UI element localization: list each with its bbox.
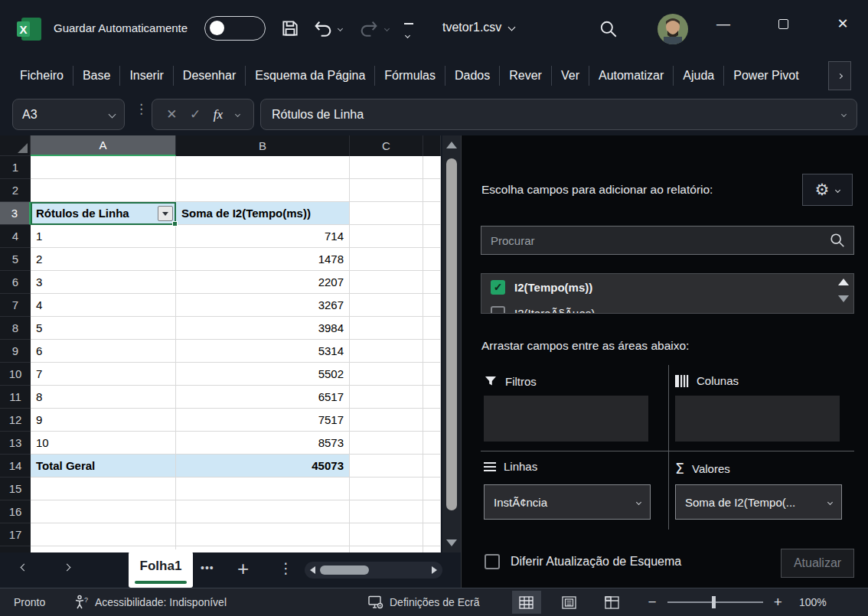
horizontal-scroll-thumb[interactable] [320, 565, 369, 575]
cell-A12[interactable]: 9 [31, 409, 176, 432]
tab-esquema-da-p-gina[interactable]: Esquema da Página [246, 63, 374, 89]
cell-D13[interactable] [423, 432, 441, 455]
cell-B13[interactable]: 8573 [176, 432, 350, 455]
cell-C10[interactable] [350, 363, 423, 386]
expand-formula-bar-icon[interactable] [841, 112, 847, 117]
cell-D6[interactable] [423, 271, 441, 294]
row-header-3[interactable]: 3 [0, 202, 31, 225]
document-title[interactable]: tvetor1.csv [442, 21, 514, 34]
formula-input[interactable]: Rótulos de Linha [260, 99, 857, 130]
accessibility-status[interactable]: ? Acessibilidade: Indisponível [73, 595, 227, 610]
row-header-13[interactable]: 13 [0, 432, 31, 455]
field-item-i2-itera-es-[interactable]: I2(IteraÃ§Ãµes) [481, 300, 853, 314]
tab-dados[interactable]: Dados [445, 63, 499, 89]
row-header-15[interactable]: 15 [0, 477, 31, 500]
cell-C12[interactable] [350, 409, 423, 432]
scroll-left-icon[interactable] [310, 566, 315, 574]
name-box[interactable]: A3 [12, 99, 125, 130]
cell-C2[interactable] [350, 179, 423, 202]
cell-D8[interactable] [423, 317, 441, 340]
cell-B17[interactable] [176, 523, 350, 546]
zoom-out-button[interactable]: − [648, 594, 657, 611]
cell-B8[interactable]: 3984 [176, 317, 350, 340]
cell-A5[interactable]: 2 [31, 248, 176, 271]
row-header-5[interactable]: 5 [0, 248, 31, 271]
row-header-9[interactable]: 9 [0, 340, 31, 363]
cell-A3[interactable]: Rótulos de Linha [31, 202, 176, 225]
filters-drop-zone[interactable] [484, 396, 648, 442]
cell-C17[interactable] [350, 523, 423, 546]
cell-A6[interactable]: 3 [31, 271, 176, 294]
cell-D2[interactable] [423, 179, 441, 202]
cell-A2[interactable] [31, 179, 176, 202]
redo-dropdown-icon[interactable] [384, 26, 390, 31]
horizontal-scrollbar[interactable] [305, 562, 442, 579]
values-field-pill[interactable]: Soma de I2(Tempo(... [675, 484, 842, 520]
row-header-8[interactable]: 8 [0, 317, 31, 340]
save-icon[interactable] [280, 18, 300, 41]
cell-D15[interactable] [423, 477, 441, 500]
cell-B18[interactable] [176, 546, 350, 552]
column-header-C[interactable]: C [350, 135, 423, 156]
field-item-i2-tempo-ms-[interactable]: ✓I2(Tempo(ms)) [481, 274, 853, 300]
cell-D18[interactable] [423, 546, 441, 552]
display-settings[interactable]: Definições de Ecrã [368, 595, 480, 609]
row-header-1[interactable]: 1 [0, 156, 31, 179]
cell-C11[interactable] [350, 386, 423, 409]
cell-D7[interactable] [423, 294, 441, 317]
cell-A1[interactable] [31, 156, 176, 179]
search-icon[interactable] [599, 19, 618, 42]
cell-C5[interactable] [350, 248, 423, 271]
select-all-corner[interactable] [0, 135, 31, 156]
fx-dropdown-icon[interactable] [235, 112, 240, 117]
cell-A13[interactable]: 10 [31, 432, 176, 455]
autosave-toggle[interactable] [204, 16, 266, 41]
tab-base[interactable]: Base [73, 63, 119, 89]
undo-icon[interactable] [312, 18, 334, 43]
sheet-tab-folha1[interactable]: Folha1 [129, 549, 193, 588]
cell-B15[interactable] [176, 477, 350, 500]
cell-B14[interactable]: 45073 [176, 455, 350, 477]
insert-function-icon[interactable]: fx [214, 107, 223, 122]
vertical-scrollbar[interactable] [442, 135, 461, 552]
field-list-up-icon[interactable] [838, 279, 849, 285]
tab-inserir[interactable]: Inserir [120, 63, 172, 89]
row-header-12[interactable]: 12 [0, 409, 31, 432]
vertical-scroll-thumb[interactable] [446, 158, 457, 510]
defer-layout-checkbox[interactable]: Diferir Atualização de Esquema [485, 554, 681, 569]
cell-C16[interactable] [350, 500, 423, 523]
field-list-down-icon[interactable] [838, 295, 849, 302]
cell-B1[interactable] [176, 156, 350, 179]
more-sheets-icon[interactable]: ••• [201, 562, 214, 574]
checked-checkbox-icon[interactable]: ✓ [491, 280, 505, 295]
cell-D4[interactable] [423, 225, 441, 248]
row-header-17[interactable]: 17 [0, 523, 31, 546]
zoom-level[interactable]: 100% [793, 596, 827, 608]
cancel-entry-icon[interactable]: ✕ [166, 106, 177, 122]
cell-C8[interactable] [350, 317, 423, 340]
cell-B9[interactable]: 5314 [176, 340, 350, 363]
maximize-button[interactable] [765, 0, 801, 47]
customize-quick-access-icon[interactable] [404, 23, 415, 41]
prev-sheet-icon[interactable] [21, 564, 28, 572]
cell-B6[interactable]: 2207 [176, 271, 350, 294]
cell-A7[interactable]: 4 [31, 294, 176, 317]
cell-D12[interactable] [423, 409, 441, 432]
page-break-view-button[interactable] [598, 591, 627, 614]
column-header-D[interactable] [423, 135, 441, 156]
cell-D10[interactable] [423, 363, 441, 386]
tab-rever[interactable]: Rever [500, 63, 551, 89]
scroll-right-icon[interactable] [432, 566, 437, 574]
cell-D14[interactable] [423, 455, 441, 477]
unchecked-checkbox-icon[interactable] [491, 306, 505, 315]
redo-icon[interactable] [358, 18, 380, 43]
sheet-options-icon[interactable]: ⋮ [279, 559, 293, 577]
cell-A11[interactable]: 8 [31, 386, 176, 409]
tab-ficheiro[interactable]: Ficheiro [11, 63, 73, 89]
column-header-B[interactable]: B [176, 135, 350, 156]
cell-B11[interactable]: 6517 [176, 386, 350, 409]
cell-C14[interactable] [350, 455, 423, 477]
cell-C9[interactable] [350, 340, 423, 363]
cell-A15[interactable] [31, 477, 176, 500]
cell-C4[interactable] [350, 225, 423, 248]
